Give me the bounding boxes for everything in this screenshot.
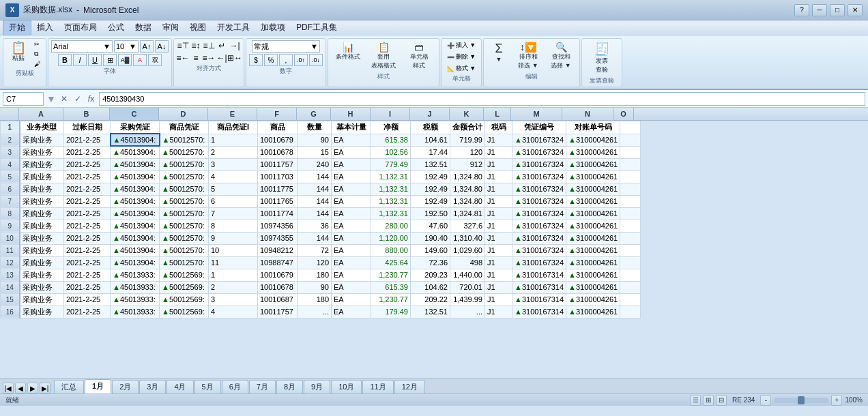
minimize-button[interactable]: ─: [812, 4, 827, 16]
normal-view-button[interactable]: ☰: [690, 395, 701, 406]
col-header-N[interactable]: N: [562, 108, 613, 120]
cell-A14[interactable]: 采购业务: [20, 281, 64, 293]
cell-H14[interactable]: EA: [332, 281, 371, 293]
sheet-tab-nov[interactable]: 11月: [362, 380, 393, 393]
cell-I3[interactable]: 102.56: [371, 146, 411, 158]
cell-M8[interactable]: ▲3100167324: [512, 207, 566, 220]
cell-G11[interactable]: 72: [298, 244, 332, 256]
cell-M7[interactable]: ▲3100167324: [512, 195, 566, 207]
cell-M4[interactable]: ▲3100167324: [512, 158, 566, 170]
cell-N5[interactable]: ▲3100004261: [566, 170, 620, 183]
cell-G9[interactable]: 36: [298, 220, 332, 232]
cell-L5[interactable]: J1: [485, 170, 512, 183]
cell-K16[interactable]: ...: [450, 306, 485, 318]
cell-D11[interactable]: ▲50012570:: [160, 244, 209, 256]
table-row[interactable]: 6 采购业务 2021-2-25 ▲45013904: ▲50012570: 5…: [1, 183, 641, 195]
delete-cell-button[interactable]: ➖ 删除 ▼: [445, 52, 478, 62]
col-header-E[interactable]: E: [208, 108, 257, 120]
menu-data[interactable]: 数据: [130, 20, 157, 35]
zoom-in-button[interactable]: +: [831, 395, 842, 406]
format-cell-button[interactable]: 📐 格式 ▼: [445, 63, 478, 74]
cell-F7[interactable]: 10011765: [258, 195, 298, 207]
header-C[interactable]: 采购凭证: [111, 121, 160, 134]
cell-M16[interactable]: ▲3100167314: [512, 306, 566, 318]
cell-E13[interactable]: 1: [209, 269, 258, 281]
cell-D4[interactable]: ▲50012570:: [160, 158, 209, 170]
cell-reference-box[interactable]: C7: [3, 92, 44, 106]
cell-F9[interactable]: 10974356: [258, 220, 298, 232]
cell-B14[interactable]: 2021-2-25: [64, 281, 111, 293]
cell-F2[interactable]: 10010679: [258, 134, 298, 146]
cell-L13[interactable]: J1: [485, 269, 512, 281]
align-left-button[interactable]: ≡←: [177, 53, 189, 63]
font-size-box[interactable]: 10 ▼: [114, 40, 139, 53]
cell-K9[interactable]: 327.6: [450, 220, 485, 232]
page-layout-view-button[interactable]: ⊞: [703, 395, 714, 406]
cell-E12[interactable]: 11: [209, 256, 258, 269]
cell-D13[interactable]: ▲50012569:: [160, 269, 209, 281]
percent-symbol-button[interactable]: %: [264, 54, 278, 66]
cell-I5[interactable]: 1,132.31: [371, 170, 411, 183]
cell-K13[interactable]: 1,440.00: [450, 269, 485, 281]
indent-more-button[interactable]: →|: [229, 40, 241, 51]
cell-C9[interactable]: ▲45013904:: [111, 220, 160, 232]
cell-D6[interactable]: ▲50012570:: [160, 183, 209, 195]
cell-L16[interactable]: J1: [485, 306, 512, 318]
cell-M5[interactable]: ▲3100167324: [512, 170, 566, 183]
cell-G4[interactable]: 240: [298, 158, 332, 170]
cell-J9[interactable]: 47.60: [411, 220, 450, 232]
menu-dev-tools[interactable]: 开发工具: [212, 20, 255, 35]
table-row[interactable]: 8 采购业务 2021-2-25 ▲45013904: ▲50012570: 7…: [1, 207, 641, 220]
col-header-J[interactable]: J: [410, 108, 450, 120]
tab-last-button[interactable]: ▶|: [40, 383, 50, 393]
cell-K12[interactable]: 498: [450, 256, 485, 269]
sheet-tab-jul[interactable]: 7月: [249, 380, 276, 393]
table-row[interactable]: 10 采购业务 2021-2-25 ▲45013904: ▲50012570: …: [1, 232, 641, 244]
cell-L11[interactable]: J1: [485, 244, 512, 256]
cell-J7[interactable]: 192.49: [411, 195, 450, 207]
cell-M10[interactable]: ▲3100167324: [512, 232, 566, 244]
cell-D15[interactable]: ▲50012569:: [160, 293, 209, 306]
cell-M12[interactable]: ▲3100167324: [512, 256, 566, 269]
grid-body[interactable]: 1 业务类型 过帐日期 采购凭证 商品凭证 商品凭证I 商品 数量 基本计量 净…: [0, 121, 868, 378]
cell-C10[interactable]: ▲45013904:: [111, 232, 160, 244]
cell-N3[interactable]: ▲3100004261: [566, 146, 620, 158]
cell-H8[interactable]: EA: [332, 207, 371, 220]
cell-N6[interactable]: ▲3100004261: [566, 183, 620, 195]
col-header-A[interactable]: A: [19, 108, 63, 120]
cell-A3[interactable]: 采购业务: [20, 146, 64, 158]
menu-addins[interactable]: 加载项: [255, 20, 291, 35]
table-row[interactable]: 14 采购业务 2021-2-25 ▲45013933: ▲50012569: …: [1, 281, 641, 293]
cell-C13[interactable]: ▲45013933:: [111, 269, 160, 281]
table-row[interactable]: 12 采购业务 2021-2-25 ▲45013904: ▲50012570: …: [1, 256, 641, 269]
cell-N4[interactable]: ▲3100004261: [566, 158, 620, 170]
cell-H16[interactable]: EA: [332, 306, 371, 318]
merge-button[interactable]: ⊞↔: [229, 53, 241, 63]
cell-I8[interactable]: 1,132.31: [371, 207, 411, 220]
table-row[interactable]: 15 采购业务 2021-2-25 ▲45013933: ▲50012569: …: [1, 293, 641, 306]
cell-F4[interactable]: 10011757: [258, 158, 298, 170]
col-header-D[interactable]: D: [159, 108, 208, 120]
cell-G6[interactable]: 144: [298, 183, 332, 195]
cell-E6[interactable]: 5: [209, 183, 258, 195]
cell-N8[interactable]: ▲3100004261: [566, 207, 620, 220]
conditional-format-button[interactable]: 📊 条件格式: [331, 40, 365, 63]
cell-B12[interactable]: 2021-2-25: [64, 256, 111, 269]
cell-L9[interactable]: J1: [485, 220, 512, 232]
wrap-text-button[interactable]: ↵: [216, 40, 228, 51]
menu-start[interactable]: 开始: [3, 20, 31, 35]
cell-F10[interactable]: 10974355: [258, 232, 298, 244]
header-G[interactable]: 数量: [298, 121, 332, 134]
decimal-increase-button[interactable]: .0↑: [294, 54, 308, 66]
header-B[interactable]: 过帐日期: [64, 121, 111, 134]
cell-K10[interactable]: 1,310.40: [450, 232, 485, 244]
header-K[interactable]: 金额合计: [450, 121, 485, 134]
sheet-tab-may[interactable]: 5月: [194, 380, 221, 393]
cell-J14[interactable]: 104.62: [411, 281, 450, 293]
cell-I14[interactable]: 615.39: [371, 281, 411, 293]
cell-J8[interactable]: 192.50: [411, 207, 450, 220]
cell-E14[interactable]: 2: [209, 281, 258, 293]
cell-I10[interactable]: 1,120.00: [371, 232, 411, 244]
font-size-increase-button[interactable]: A↑: [140, 40, 154, 53]
cell-style-button[interactable]: 🗃 单元格 样式: [402, 40, 436, 72]
